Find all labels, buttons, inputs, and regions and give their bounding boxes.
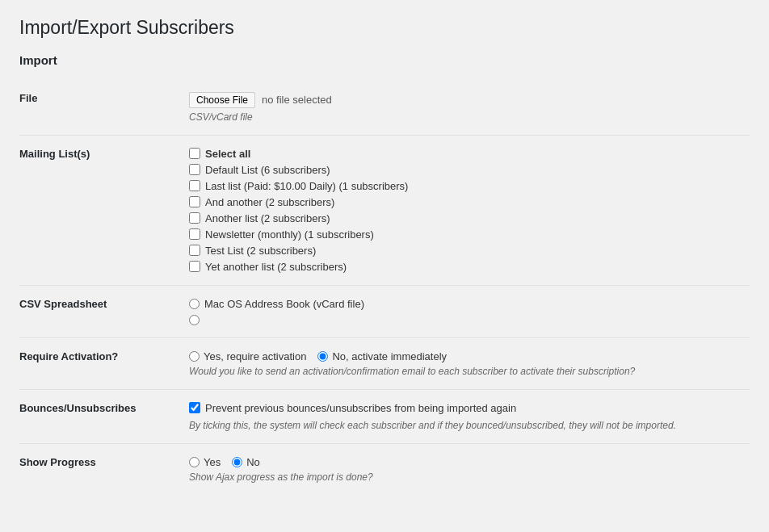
require-activation-hint: Would you like to send an activation/con… bbox=[189, 366, 750, 377]
list-label-5: Test List (2 subscribers) bbox=[205, 245, 316, 257]
file-input-wrapper: Choose File no file selected bbox=[189, 92, 750, 108]
progress-yes-radio[interactable] bbox=[189, 457, 200, 467]
mailing-lists-row: Mailing List(s) Select all Default List … bbox=[19, 135, 750, 285]
show-progress-cell: Yes No Show Ajax progress as the import … bbox=[189, 443, 750, 495]
progress-yes-label: Yes bbox=[204, 456, 221, 468]
show-progress-group: Yes No bbox=[189, 456, 750, 468]
progress-no-item[interactable]: No bbox=[232, 456, 260, 468]
list-label-3: Another list (2 subscribers) bbox=[205, 212, 330, 224]
no-file-text: no file selected bbox=[262, 94, 332, 106]
file-hint: CSV/vCard file bbox=[189, 111, 750, 123]
list-label-6: Yet another list (2 subscribers) bbox=[205, 261, 347, 273]
file-type-csv-radio[interactable] bbox=[189, 299, 200, 309]
bounces-row: Bounces/Unsubscribes Prevent previous bo… bbox=[19, 389, 750, 443]
list-checkbox-6[interactable] bbox=[189, 261, 200, 272]
activation-yes-item[interactable]: Yes, require activation bbox=[189, 350, 306, 362]
list-checkbox-2[interactable] bbox=[189, 196, 200, 207]
file-type-csv[interactable]: Mac OS Address Book (vCard file) bbox=[189, 298, 750, 310]
activation-yes-label: Yes, require activation bbox=[204, 350, 306, 362]
section-heading: Import bbox=[19, 53, 750, 67]
file-type-vcard-radio[interactable] bbox=[189, 315, 200, 325]
list-label-0: Default List (6 subscribers) bbox=[205, 164, 330, 176]
progress-yes-item[interactable]: Yes bbox=[189, 456, 221, 468]
list-item-4[interactable]: Newsletter (monthly) (1 subscribers) bbox=[189, 228, 750, 241]
file-row: File Choose File no file selected CSV/vC… bbox=[19, 80, 750, 136]
import-form-table: File Choose File no file selected CSV/vC… bbox=[19, 80, 750, 495]
select-all-label: Select all bbox=[205, 148, 250, 160]
list-item-2[interactable]: And another (2 subscribers) bbox=[189, 196, 750, 208]
list-checkbox-1[interactable] bbox=[189, 180, 200, 191]
show-progress-hint: Show Ajax progress as the import is done… bbox=[189, 471, 750, 483]
list-checkbox-4[interactable] bbox=[189, 228, 200, 240]
mailing-lists-label: Mailing List(s) bbox=[19, 135, 189, 285]
bounces-cell: Prevent previous bounces/unsubscribes fr… bbox=[189, 389, 750, 443]
activation-no-radio[interactable] bbox=[317, 351, 328, 362]
progress-no-radio[interactable] bbox=[232, 457, 242, 467]
select-all-item[interactable]: Select all bbox=[189, 148, 750, 160]
list-item-6[interactable]: Yet another list (2 subscribers) bbox=[189, 261, 750, 273]
file-cell: Choose File no file selected CSV/vCard f… bbox=[189, 80, 750, 136]
file-type-cell: Mac OS Address Book (vCard file) bbox=[189, 285, 750, 337]
activation-no-item[interactable]: No, activate immediately bbox=[317, 350, 447, 362]
choose-file-button[interactable]: Choose File bbox=[189, 92, 255, 108]
list-label-1: Last list (Paid: $10.00 Daily) (1 subscr… bbox=[205, 180, 408, 192]
bounces-checkbox[interactable] bbox=[189, 402, 200, 413]
list-item-3[interactable]: Another list (2 subscribers) bbox=[189, 212, 750, 224]
activation-yes-radio[interactable] bbox=[189, 351, 200, 362]
list-item-0[interactable]: Default List (6 subscribers) bbox=[189, 164, 750, 176]
progress-no-label: No bbox=[246, 456, 260, 468]
activation-no-label: No, activate immediately bbox=[332, 350, 447, 362]
show-progress-label: Show Progress bbox=[19, 443, 189, 495]
select-all-checkbox[interactable] bbox=[189, 148, 200, 159]
require-activation-row: Require Activation? Yes, require activat… bbox=[19, 337, 750, 389]
require-activation-cell: Yes, require activation No, activate imm… bbox=[189, 337, 750, 389]
file-type-label: CSV Spreadsheet bbox=[19, 285, 189, 337]
list-checkbox-5[interactable] bbox=[189, 245, 200, 256]
bounces-section: Prevent previous bounces/unsubscribes fr… bbox=[189, 402, 750, 431]
page-title: Import/Export Subscribers bbox=[19, 16, 750, 40]
show-progress-row: Show Progress Yes No Show Ajax progress … bbox=[19, 443, 750, 495]
require-activation-group: Yes, require activation No, activate imm… bbox=[189, 350, 750, 362]
file-type-row: CSV Spreadsheet Mac OS Address Book (vCa… bbox=[19, 285, 750, 337]
list-checkbox-3[interactable] bbox=[189, 212, 200, 224]
mailing-lists-cell: Select all Default List (6 subscribers) … bbox=[189, 135, 750, 285]
file-type-csv-label: Mac OS Address Book (vCard file) bbox=[204, 298, 364, 310]
list-checkbox-0[interactable] bbox=[189, 164, 200, 175]
list-item-1[interactable]: Last list (Paid: $10.00 Daily) (1 subscr… bbox=[189, 180, 750, 192]
list-label-2: And another (2 subscribers) bbox=[205, 196, 334, 208]
file-type-vcard[interactable] bbox=[189, 315, 750, 325]
bounces-checkbox-row: Prevent previous bounces/unsubscribes fr… bbox=[189, 402, 750, 414]
require-activation-label: Require Activation? bbox=[19, 337, 189, 389]
file-label: File bbox=[19, 80, 189, 136]
bounces-label: Bounces/Unsubscribes bbox=[19, 389, 189, 443]
list-item-5[interactable]: Test List (2 subscribers) bbox=[189, 245, 750, 257]
bounces-hint: By ticking this, the system will check e… bbox=[189, 420, 750, 431]
mailing-lists-group: Select all Default List (6 subscribers) … bbox=[189, 148, 750, 273]
bounces-checkbox-label: Prevent previous bounces/unsubscribes fr… bbox=[205, 402, 516, 414]
file-type-group: Mac OS Address Book (vCard file) bbox=[189, 298, 750, 325]
list-label-4: Newsletter (monthly) (1 subscribers) bbox=[205, 228, 374, 241]
